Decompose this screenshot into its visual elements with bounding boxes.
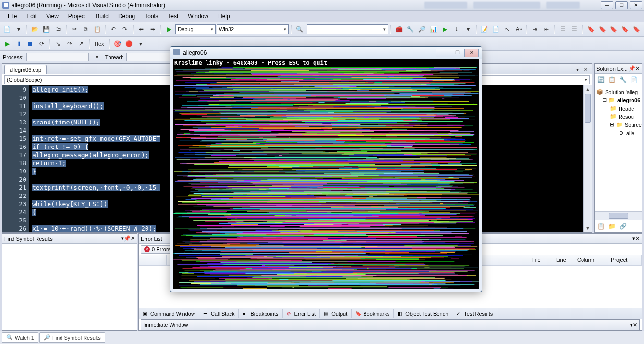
menu-build[interactable]: Build bbox=[91, 12, 113, 21]
code-body[interactable]: allegro_init();install_keyboard();srand(… bbox=[29, 85, 160, 232]
immediate-window[interactable]: Immediate Window ▾ ✕ bbox=[141, 319, 640, 330]
tab-error-list[interactable]: ⊘Error List bbox=[283, 309, 320, 318]
tab-object-test-bench[interactable]: ◧Object Test Bench bbox=[394, 309, 452, 318]
stop-button[interactable]: ⏹ bbox=[25, 38, 36, 49]
menu-debug[interactable]: Debug bbox=[113, 12, 140, 21]
menu-view[interactable]: View bbox=[41, 12, 63, 21]
pin-icon[interactable]: 📌 bbox=[124, 235, 131, 242]
solution-hscroll[interactable] bbox=[595, 211, 642, 220]
tree-folder-source[interactable]: ⊟ 📁 Source bbox=[596, 121, 640, 129]
paste-button[interactable]: 📋 bbox=[92, 24, 103, 35]
minimize-button[interactable]: — bbox=[601, 1, 613, 9]
bookmark1-button[interactable]: 🔖 bbox=[585, 24, 596, 35]
menu-edit[interactable]: Edit bbox=[22, 12, 41, 21]
open-button[interactable]: 📂 bbox=[30, 24, 40, 35]
menu-tools[interactable]: Tools bbox=[140, 12, 163, 21]
solution-tree[interactable]: 📦 Solution 'alleg ⊟ 📁 allegro06 📁 Heade … bbox=[595, 86, 642, 211]
format2-button[interactable]: ☰ bbox=[569, 24, 580, 35]
close-icon[interactable]: ✕ bbox=[635, 235, 640, 242]
platform-dropdown[interactable]: Win32▾ bbox=[217, 24, 289, 34]
hex-button[interactable]: Hex bbox=[92, 38, 107, 49]
tree-folder-resources[interactable]: 📁 Resou bbox=[596, 112, 640, 121]
pin-icon[interactable]: 📌 bbox=[629, 65, 635, 72]
showall-icon[interactable]: 📋 bbox=[607, 74, 617, 85]
config-dropdown[interactable]: Debug▾ bbox=[175, 24, 216, 34]
expand-icon[interactable]: ⊟ bbox=[610, 122, 614, 128]
tab-close-icon[interactable]: ✕ bbox=[582, 65, 590, 73]
nav-fwd-button[interactable]: ➡ bbox=[147, 24, 158, 35]
cut-button[interactable]: ✂ bbox=[69, 24, 80, 35]
properties-icon[interactable]: 🔧 bbox=[618, 74, 628, 85]
start-button[interactable]: ▶ bbox=[164, 24, 174, 35]
bookmark5-button[interactable]: 🔖 bbox=[632, 24, 642, 35]
undo-button[interactable]: ↶ bbox=[109, 24, 119, 35]
bookmark2-button[interactable]: 🔖 bbox=[597, 24, 608, 35]
scroll-thumb[interactable] bbox=[585, 94, 591, 123]
continue-button[interactable]: ▶ bbox=[2, 38, 12, 49]
tab-dropdown-icon[interactable]: ▾ bbox=[573, 65, 581, 73]
tree-project[interactable]: ⊟ 📁 allegro06 bbox=[596, 96, 640, 104]
btb-1[interactable]: 📋 bbox=[595, 221, 606, 232]
new-project-button[interactable]: 📄 bbox=[2, 24, 12, 35]
save-button[interactable]: 💾 bbox=[41, 24, 52, 35]
close-panel-icon[interactable]: ✕ bbox=[635, 65, 640, 72]
menu-project[interactable]: Project bbox=[63, 12, 91, 21]
btb-3[interactable]: 🔗 bbox=[618, 221, 628, 232]
app-minimize-button[interactable]: — bbox=[436, 49, 450, 57]
tab-command-window[interactable]: ▣Command Window bbox=[139, 309, 199, 318]
maximize-button[interactable]: ☐ bbox=[615, 1, 628, 9]
app-close-button[interactable]: ✕ bbox=[464, 49, 479, 57]
new-item-button[interactable]: ▾ bbox=[13, 24, 24, 35]
refresh-icon[interactable]: 🔄 bbox=[595, 74, 606, 85]
tree-file[interactable]: ⊕ alle bbox=[596, 129, 640, 137]
tab-breakpoints[interactable]: ●Breakpoints bbox=[239, 309, 282, 318]
format1-button[interactable]: ☰ bbox=[558, 24, 568, 35]
editor-scrollbar[interactable]: ▲ ▼ bbox=[583, 85, 592, 232]
btb-2[interactable]: 📁 bbox=[607, 221, 617, 232]
text-button[interactable]: A» bbox=[513, 24, 524, 35]
nav-back-button[interactable]: ⬅ bbox=[136, 24, 146, 35]
bookmark3-button[interactable]: 🔖 bbox=[608, 24, 619, 35]
running-app-window[interactable]: allegro06 — ☐ ✕ Kreslime linky - 640x480… bbox=[170, 46, 482, 292]
cursor-button[interactable]: ↖ bbox=[502, 24, 513, 35]
uncomment-button[interactable]: 📄 bbox=[491, 24, 501, 35]
process-arrow[interactable]: ▾ bbox=[92, 52, 102, 62]
tab-call-stack[interactable]: ☰Call Stack bbox=[199, 309, 239, 318]
step-over-button[interactable]: ↷ bbox=[64, 38, 75, 49]
redo-button[interactable]: ↷ bbox=[120, 24, 130, 35]
class-view-button[interactable]: 📊 bbox=[428, 24, 439, 35]
col-line[interactable]: Line bbox=[553, 255, 574, 265]
close-icon[interactable]: ✕ bbox=[633, 322, 637, 328]
menu-window[interactable]: Window bbox=[183, 12, 213, 21]
app-title-bar[interactable]: allegro06 — ☐ ✕ bbox=[170, 47, 482, 59]
step-out-button[interactable]: ↗ bbox=[76, 38, 86, 49]
breakpoints-button[interactable]: 🎯 bbox=[112, 38, 123, 49]
pause-button[interactable]: ⏸ bbox=[13, 38, 24, 49]
step-into-button[interactable]: ↘ bbox=[53, 38, 63, 49]
col-file[interactable]: File bbox=[529, 255, 553, 265]
menu-test[interactable]: Test bbox=[163, 12, 183, 21]
properties-button[interactable]: 🔧 bbox=[405, 24, 416, 35]
copy-button[interactable]: ⧉ bbox=[81, 24, 91, 35]
process-field[interactable] bbox=[26, 53, 89, 61]
toolbar-overflow[interactable]: ▾ bbox=[463, 24, 474, 35]
scroll-thumb[interactable] bbox=[609, 213, 628, 219]
watch-button[interactable]: 🔴 bbox=[124, 38, 134, 49]
tab-allegro06[interactable]: allegro06.cpp bbox=[4, 65, 47, 74]
find-dropdown[interactable]: ▾ bbox=[307, 24, 389, 34]
errors-filter-button[interactable]: ✕ 0 Errors bbox=[141, 245, 174, 254]
view-code-icon[interactable]: 📄 bbox=[629, 74, 639, 85]
app-maximize-button[interactable]: ☐ bbox=[450, 49, 464, 57]
save-all-button[interactable]: 🗂 bbox=[53, 24, 63, 35]
find-button[interactable]: 🔍 bbox=[294, 24, 305, 35]
object-browser-button[interactable]: 🔎 bbox=[417, 24, 427, 35]
menu-file[interactable]: File bbox=[3, 12, 22, 21]
indent-button[interactable]: ⇥ bbox=[530, 24, 540, 35]
col-num[interactable] bbox=[152, 255, 167, 265]
status-tab-watch[interactable]: 🔍 Watch 1 bbox=[2, 332, 38, 343]
overflow-button[interactable]: ▾ bbox=[135, 38, 146, 49]
col-project[interactable]: Project bbox=[608, 255, 642, 265]
solution-header[interactable]: Solution Ex... 📌 ✕ bbox=[595, 64, 642, 74]
tab-output[interactable]: ▤Output bbox=[320, 309, 352, 318]
step-button[interactable]: ⤓ bbox=[451, 24, 462, 35]
